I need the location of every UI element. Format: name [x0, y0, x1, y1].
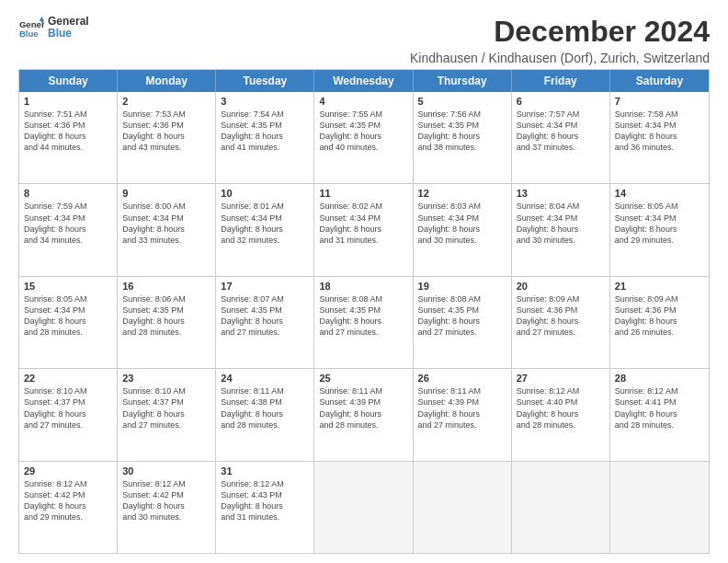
day-info: Sunrise: 8:01 AM Sunset: 4:34 PM Dayligh…: [221, 201, 309, 246]
svg-text:Blue: Blue: [19, 29, 39, 39]
day-number: 15: [24, 281, 112, 292]
cal-cell-25: 25Sunrise: 8:11 AM Sunset: 4:39 PM Dayli…: [314, 369, 413, 460]
cal-cell-30: 30Sunrise: 8:12 AM Sunset: 4:42 PM Dayli…: [118, 462, 216, 553]
day-info: Sunrise: 7:57 AM Sunset: 4:34 PM Dayligh…: [517, 109, 605, 154]
header-day-tuesday: Tuesday: [216, 70, 314, 92]
page: General Blue General Blue December 2024 …: [0, 0, 728, 563]
day-number: 4: [319, 96, 407, 107]
week-row-4: 22Sunrise: 8:10 AM Sunset: 4:37 PM Dayli…: [19, 369, 709, 461]
day-info: Sunrise: 8:06 AM Sunset: 4:35 PM Dayligh…: [122, 293, 210, 339]
header-day-wednesday: Wednesday: [314, 70, 413, 92]
cal-cell-empty-4: [414, 462, 512, 553]
day-info: Sunrise: 8:12 AM Sunset: 4:42 PM Dayligh…: [122, 478, 210, 523]
week-row-1: 1Sunrise: 7:51 AM Sunset: 4:36 PM Daylig…: [19, 92, 709, 184]
day-number: 24: [221, 373, 309, 384]
cal-cell-5: 5Sunrise: 7:56 AM Sunset: 4:35 PM Daylig…: [414, 92, 512, 183]
cal-cell-empty-3: [314, 462, 413, 553]
day-number: 1: [24, 96, 112, 107]
day-info: Sunrise: 8:11 AM Sunset: 4:39 PM Dayligh…: [319, 385, 407, 431]
week-row-5: 29Sunrise: 8:12 AM Sunset: 4:42 PM Dayli…: [19, 462, 709, 553]
day-info: Sunrise: 8:08 AM Sunset: 4:35 PM Dayligh…: [319, 293, 407, 339]
cal-cell-10: 10Sunrise: 8:01 AM Sunset: 4:34 PM Dayli…: [216, 184, 314, 275]
day-number: 25: [319, 373, 407, 384]
calendar-header: SundayMondayTuesdayWednesdayThursdayFrid…: [19, 70, 709, 92]
day-info: Sunrise: 8:10 AM Sunset: 4:37 PM Dayligh…: [122, 385, 210, 431]
day-info: Sunrise: 8:09 AM Sunset: 4:36 PM Dayligh…: [615, 293, 704, 339]
header: General Blue General Blue December 2024 …: [18, 15, 710, 65]
main-title: December 2024: [89, 15, 710, 49]
day-number: 14: [615, 188, 704, 199]
cal-cell-20: 20Sunrise: 8:09 AM Sunset: 4:36 PM Dayli…: [512, 277, 610, 368]
calendar: SundayMondayTuesdayWednesdayThursdayFrid…: [18, 69, 710, 554]
day-number: 21: [615, 281, 704, 292]
cal-cell-2: 2Sunrise: 7:53 AM Sunset: 4:36 PM Daylig…: [118, 92, 216, 183]
day-number: 19: [418, 281, 506, 292]
day-info: Sunrise: 7:54 AM Sunset: 4:35 PM Dayligh…: [221, 109, 309, 154]
logo-blue: Blue: [48, 28, 89, 40]
day-number: 10: [221, 188, 309, 199]
subtitle: Kindhausen / Kindhausen (Dorf), Zurich, …: [89, 51, 710, 65]
day-info: Sunrise: 8:05 AM Sunset: 4:34 PM Dayligh…: [24, 293, 112, 339]
day-info: Sunrise: 8:12 AM Sunset: 4:41 PM Dayligh…: [615, 385, 704, 431]
cal-cell-24: 24Sunrise: 8:11 AM Sunset: 4:38 PM Dayli…: [216, 369, 314, 460]
day-number: 6: [517, 96, 605, 107]
cal-cell-31: 31Sunrise: 8:12 AM Sunset: 4:43 PM Dayli…: [216, 462, 314, 553]
day-info: Sunrise: 7:59 AM Sunset: 4:34 PM Dayligh…: [24, 201, 112, 246]
logo: General Blue General Blue: [18, 15, 89, 40]
day-number: 3: [221, 96, 309, 107]
cal-cell-13: 13Sunrise: 8:04 AM Sunset: 4:34 PM Dayli…: [512, 184, 610, 275]
day-info: Sunrise: 8:10 AM Sunset: 4:37 PM Dayligh…: [24, 385, 112, 431]
day-number: 8: [24, 188, 112, 199]
cal-cell-21: 21Sunrise: 8:09 AM Sunset: 4:36 PM Dayli…: [610, 277, 709, 368]
day-info: Sunrise: 7:51 AM Sunset: 4:36 PM Dayligh…: [24, 109, 112, 154]
cal-cell-16: 16Sunrise: 8:06 AM Sunset: 4:35 PM Dayli…: [118, 277, 216, 368]
cal-cell-12: 12Sunrise: 8:03 AM Sunset: 4:34 PM Dayli…: [414, 184, 512, 275]
day-info: Sunrise: 8:02 AM Sunset: 4:34 PM Dayligh…: [319, 201, 407, 246]
cal-cell-empty-6: [610, 462, 709, 553]
cal-cell-17: 17Sunrise: 8:07 AM Sunset: 4:35 PM Dayli…: [216, 277, 314, 368]
day-info: Sunrise: 7:53 AM Sunset: 4:36 PM Dayligh…: [122, 109, 210, 154]
cal-cell-1: 1Sunrise: 7:51 AM Sunset: 4:36 PM Daylig…: [19, 92, 118, 183]
cal-cell-26: 26Sunrise: 8:11 AM Sunset: 4:39 PM Dayli…: [414, 369, 512, 460]
day-number: 7: [615, 96, 704, 107]
day-info: Sunrise: 8:09 AM Sunset: 4:36 PM Dayligh…: [517, 293, 605, 339]
day-number: 13: [517, 188, 605, 199]
day-number: 31: [221, 465, 309, 477]
day-number: 16: [122, 281, 210, 292]
cal-cell-empty-5: [512, 462, 610, 553]
header-day-saturday: Saturday: [610, 70, 709, 92]
title-block: December 2024 Kindhausen / Kindhausen (D…: [89, 15, 710, 65]
day-info: Sunrise: 8:12 AM Sunset: 4:40 PM Dayligh…: [517, 385, 605, 431]
day-info: Sunrise: 8:03 AM Sunset: 4:34 PM Dayligh…: [418, 201, 506, 246]
day-info: Sunrise: 8:07 AM Sunset: 4:35 PM Dayligh…: [221, 293, 309, 339]
cal-cell-14: 14Sunrise: 8:05 AM Sunset: 4:34 PM Dayli…: [610, 184, 709, 275]
header-day-sunday: Sunday: [19, 70, 118, 92]
day-info: Sunrise: 8:11 AM Sunset: 4:39 PM Dayligh…: [418, 385, 506, 431]
day-info: Sunrise: 8:12 AM Sunset: 4:43 PM Dayligh…: [221, 478, 309, 523]
cal-cell-29: 29Sunrise: 8:12 AM Sunset: 4:42 PM Dayli…: [19, 462, 118, 553]
day-number: 17: [221, 281, 309, 292]
cal-cell-18: 18Sunrise: 8:08 AM Sunset: 4:35 PM Dayli…: [314, 277, 413, 368]
day-number: 11: [319, 188, 407, 199]
day-info: Sunrise: 7:56 AM Sunset: 4:35 PM Dayligh…: [418, 109, 506, 154]
calendar-body: 1Sunrise: 7:51 AM Sunset: 4:36 PM Daylig…: [19, 92, 709, 553]
cal-cell-23: 23Sunrise: 8:10 AM Sunset: 4:37 PM Dayli…: [118, 369, 216, 460]
cal-cell-22: 22Sunrise: 8:10 AM Sunset: 4:37 PM Dayli…: [19, 369, 118, 460]
day-info: Sunrise: 7:58 AM Sunset: 4:34 PM Dayligh…: [615, 109, 704, 154]
cal-cell-28: 28Sunrise: 8:12 AM Sunset: 4:41 PM Dayli…: [610, 369, 709, 460]
day-number: 26: [418, 373, 506, 384]
header-day-monday: Monday: [118, 70, 216, 92]
cal-cell-3: 3Sunrise: 7:54 AM Sunset: 4:35 PM Daylig…: [216, 92, 314, 183]
cal-cell-27: 27Sunrise: 8:12 AM Sunset: 4:40 PM Dayli…: [512, 369, 610, 460]
day-number: 30: [122, 465, 210, 477]
day-info: Sunrise: 8:08 AM Sunset: 4:35 PM Dayligh…: [418, 293, 506, 339]
day-number: 28: [615, 373, 704, 384]
cal-cell-8: 8Sunrise: 7:59 AM Sunset: 4:34 PM Daylig…: [19, 184, 118, 275]
week-row-2: 8Sunrise: 7:59 AM Sunset: 4:34 PM Daylig…: [19, 184, 709, 276]
header-day-friday: Friday: [512, 70, 610, 92]
day-number: 12: [418, 188, 506, 199]
day-number: 9: [122, 188, 210, 199]
day-info: Sunrise: 8:05 AM Sunset: 4:34 PM Dayligh…: [615, 201, 704, 246]
day-number: 27: [517, 373, 605, 384]
day-info: Sunrise: 8:11 AM Sunset: 4:38 PM Dayligh…: [221, 385, 309, 431]
